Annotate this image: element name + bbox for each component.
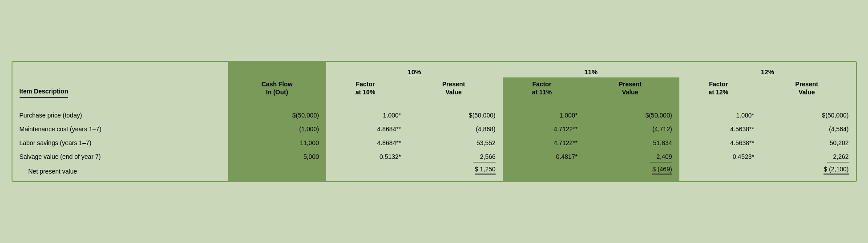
- row3-desc: Labor savings (years 1–7): [12, 136, 228, 150]
- npv-cashflow-blank: [228, 165, 326, 181]
- row4-pv12: 2,262: [758, 150, 856, 165]
- row3-pv10: 53,552: [404, 136, 502, 150]
- row2-pv10: (4,868): [404, 122, 502, 136]
- cashflow-spacer: [228, 62, 326, 77]
- pv-12-header: Present Value: [758, 77, 856, 101]
- row1-cashflow: $(50,000): [228, 109, 326, 122]
- npv-f10-blank: [326, 165, 404, 181]
- header-11-percent: 11%: [503, 62, 679, 77]
- factor-10-header: Factor at 10%: [326, 77, 404, 101]
- row4-pv10: 2,566: [404, 150, 502, 165]
- pv-10-header: Present Value: [404, 77, 502, 101]
- header-10-percent: 10%: [326, 62, 503, 77]
- npv-pv11: $ (469): [581, 165, 679, 181]
- table-row: Salvage value (end of year 7) 5,000 0.51…: [12, 150, 856, 165]
- row1-f11: 1.000*: [503, 109, 581, 122]
- row4-pv11: 2,409: [581, 150, 679, 165]
- table-wrapper: 10% 11% 12% Item Description Cash Flo: [12, 61, 857, 182]
- pv-11-header: Present Value: [581, 77, 679, 101]
- npv-pv12: $ (2,100): [758, 165, 856, 181]
- row3-pv12: 50,202: [758, 136, 856, 150]
- row1-desc: Purchase price (today): [12, 109, 228, 122]
- row3-f10: 4.8684**: [326, 136, 404, 150]
- npv-table: 10% 11% 12% Item Description Cash Flo: [12, 62, 856, 181]
- row3-f11: 4.7122**: [503, 136, 581, 150]
- header-12-percent: 12%: [679, 62, 856, 77]
- factor-12-header: Factor at 12%: [679, 77, 758, 101]
- table-container: 10% 11% 12% Item Description Cash Flo: [12, 62, 856, 181]
- npv-row: Net present value $ 1,250 $ (469) $ (2,1…: [12, 165, 856, 181]
- row4-f12: 0.4523*: [679, 150, 758, 165]
- row1-pv12: $(50,000): [758, 109, 856, 122]
- row2-desc: Maintenance cost (years 1–7): [12, 122, 228, 136]
- row4-f10: 0.5132*: [326, 150, 404, 165]
- row1-f10: 1.000*: [326, 109, 404, 122]
- desc-spacer: [12, 62, 228, 77]
- row2-pv11: (4,712): [581, 122, 679, 136]
- npv-pv10: $ 1,250: [404, 165, 502, 181]
- table-row: Maintenance cost (years 1–7) (1,000) 4.8…: [12, 122, 856, 136]
- row2-f10: 4.8684**: [326, 122, 404, 136]
- table-row: Labor savings (years 1–7) 11,000 4.8684*…: [12, 136, 856, 150]
- factor-11-header: Factor at 11%: [503, 77, 581, 101]
- row1-f12: 1.000*: [679, 109, 758, 122]
- item-description-header: Item Description: [12, 77, 228, 101]
- row2-f11: 4.7122**: [503, 122, 581, 136]
- header-row-labels: Item Description Cash Flow In (Out) Fact…: [12, 77, 856, 101]
- row1-pv10: $(50,000): [404, 109, 502, 122]
- row1-pv11: $(50,000): [581, 109, 679, 122]
- row2-cashflow: (1,000): [228, 122, 326, 136]
- header-row-percent: 10% 11% 12%: [12, 62, 856, 77]
- npv-f12-blank: [679, 165, 758, 181]
- row3-pv11: 51,834: [581, 136, 679, 150]
- npv-desc: Net present value: [12, 165, 228, 181]
- cashflow-header: Cash Flow In (Out): [228, 77, 326, 101]
- spacer-row: [12, 101, 856, 109]
- row2-f12: 4.5638**: [679, 122, 758, 136]
- table-row: Purchase price (today) $(50,000) 1.000* …: [12, 109, 856, 122]
- row4-cashflow: 5,000: [228, 150, 326, 165]
- row3-f12: 4.5638**: [679, 136, 758, 150]
- row2-pv12: (4,564): [758, 122, 856, 136]
- row4-desc: Salvage value (end of year 7): [12, 150, 228, 165]
- npv-f11-blank: [503, 165, 581, 181]
- row3-cashflow: 11,000: [228, 136, 326, 150]
- row4-f11: 0.4817*: [503, 150, 581, 165]
